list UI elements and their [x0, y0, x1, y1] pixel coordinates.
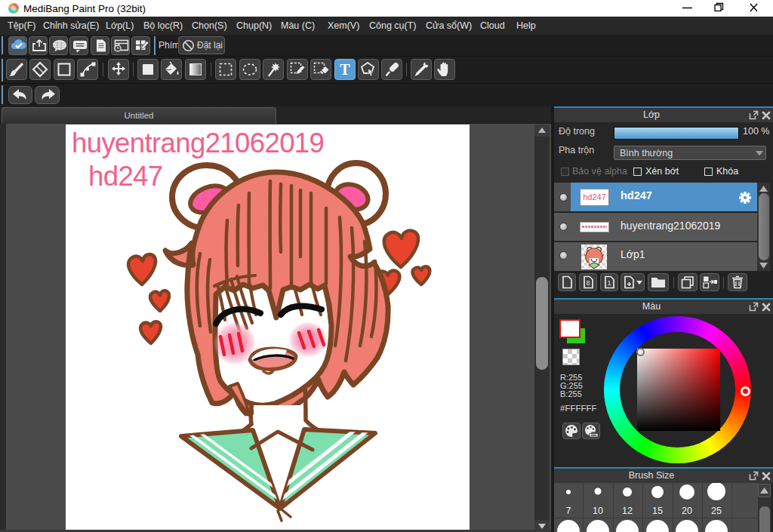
svg-text:12: 12 — [622, 506, 633, 516]
svg-text:25: 25 — [711, 506, 722, 516]
svg-text:huyentrang21062019: huyentrang21062019 — [72, 128, 324, 158]
svg-text:20: 20 — [682, 506, 692, 516]
svg-text:15: 15 — [652, 506, 663, 516]
svg-text:10: 10 — [593, 506, 603, 516]
svg-text:hd247: hd247 — [88, 161, 163, 192]
svg-text:1: 1 — [607, 279, 611, 287]
svg-text:7: 7 — [566, 506, 571, 516]
svg-text:8: 8 — [586, 279, 590, 287]
